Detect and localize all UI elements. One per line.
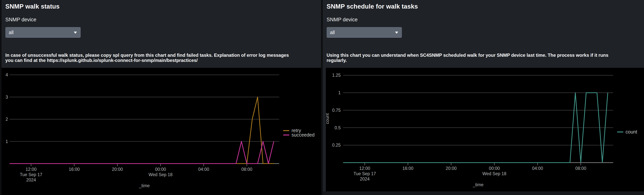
x-tick-label: Wed Sep 18 xyxy=(482,171,506,176)
snmp-device-label: SNMP device xyxy=(326,17,358,23)
x-tick-label: 08:00 xyxy=(241,167,252,172)
x-tick-label: 04:00 xyxy=(198,167,209,172)
snmp-device-dropdown[interactable]: all xyxy=(326,27,402,38)
x-tick-label: 12:00 xyxy=(26,167,37,172)
dropdown-selected-value: all xyxy=(9,30,14,35)
legend-label: count xyxy=(626,129,637,134)
panel-description: Using this chart you can understand when… xyxy=(326,53,618,63)
panel-snmp-schedule: SNMP schedule for walk tasks SNMP device… xyxy=(323,0,644,195)
y-tick-label: 0.25 xyxy=(332,143,341,148)
panel-footer-strip xyxy=(323,191,644,195)
dashboard: SNMP walk status SNMP device all In case… xyxy=(0,0,644,195)
chart-walk-status[interactable]: 123412:00Tue Sep 17202416:0020:0000:00We… xyxy=(2,68,321,195)
y-tick-label: 0.75 xyxy=(332,108,341,113)
walk-status-chart-svg[interactable]: 123412:00Tue Sep 17202416:0020:0000:00We… xyxy=(2,68,321,195)
x-tick-label: 2024 xyxy=(26,177,36,182)
x-tick-label: 2024 xyxy=(360,176,370,181)
x-tick-label: 16:00 xyxy=(402,166,414,171)
y-tick-label: 2 xyxy=(6,117,8,122)
chart-schedule[interactable]: 0.250.50.7511.2512:00Tue Sep 17202416:00… xyxy=(326,68,644,191)
series-line-retry[interactable] xyxy=(10,97,274,164)
x-tick-label: 00:00 xyxy=(155,167,166,172)
x-tick-label: Wed Sep 18 xyxy=(148,172,172,177)
chevron-down-icon xyxy=(395,32,398,34)
x-tick-label: 00:00 xyxy=(489,166,500,171)
y-tick-label: 1.25 xyxy=(332,73,341,78)
y-tick-label: 1 xyxy=(338,90,341,95)
y-axis-title: count xyxy=(326,113,330,124)
panel-snmp-walk-status: SNMP walk status SNMP device all In case… xyxy=(2,0,321,195)
y-tick-label: 1 xyxy=(6,139,8,144)
y-tick-label: 4 xyxy=(6,72,8,77)
schedule-chart-svg[interactable]: 0.250.50.7511.2512:00Tue Sep 17202416:00… xyxy=(326,68,644,191)
x-tick-label: 08:00 xyxy=(575,166,586,171)
x-tick-label: 16:00 xyxy=(69,167,80,172)
legend-item-count[interactable]: count xyxy=(617,129,637,134)
x-tick-label: 20:00 xyxy=(446,166,457,171)
series-line-succeeded[interactable] xyxy=(10,141,274,164)
y-tick-label: 0.5 xyxy=(334,125,341,130)
x-tick-label: 04:00 xyxy=(532,166,543,171)
legend-label: succeeded xyxy=(292,132,314,137)
panel-description: In case of unsuccessful walk status, ple… xyxy=(5,53,296,63)
x-tick-label: Tue Sep 17 xyxy=(354,171,376,176)
snmp-device-label: SNMP device xyxy=(5,17,36,23)
x-axis-title: _time xyxy=(139,183,150,188)
x-tick-label: 20:00 xyxy=(112,167,123,172)
legend-item-succeeded[interactable]: succeeded xyxy=(283,132,314,137)
y-tick-label: 3 xyxy=(6,95,8,100)
dropdown-selected-value: all xyxy=(330,30,335,35)
chevron-down-icon xyxy=(74,32,77,34)
snmp-device-dropdown[interactable]: all xyxy=(5,27,81,38)
panel-title: SNMP schedule for walk tasks xyxy=(326,3,418,10)
x-tick-label: Tue Sep 17 xyxy=(20,172,42,177)
x-axis-title: _time xyxy=(472,182,484,187)
panel-title: SNMP walk status xyxy=(5,3,60,10)
x-tick-label: 12:00 xyxy=(359,166,370,171)
